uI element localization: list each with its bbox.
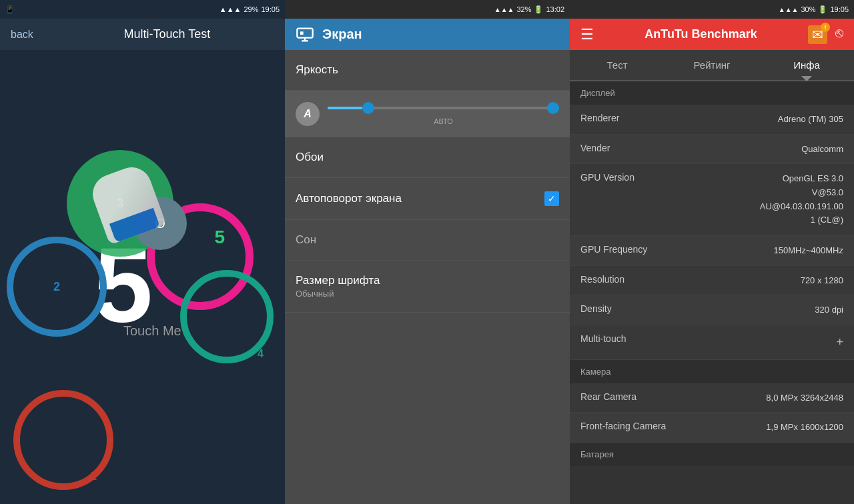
battery-left: 29% xyxy=(244,5,258,13)
resolution-row: Resolution 720 x 1280 xyxy=(570,266,854,296)
gpu-version-row: GPU Version OpenGL ES 3.0V@53.0AU@04.03.… xyxy=(570,164,854,236)
auto-label: АВТО xyxy=(434,117,453,125)
vender-label: Vender xyxy=(580,143,801,153)
renderer-row: Renderer Adreno (TM) 305 xyxy=(570,105,854,135)
battery-icon-mid: 🔋 xyxy=(534,5,543,14)
multitouch-canvas[interactable]: 5 Touch Me 3 2 4 5 1 xyxy=(0,50,285,504)
wifi-icon-left: ▲▲▲ xyxy=(220,5,242,13)
multitouch-label: Multi-touch xyxy=(580,333,836,344)
rear-camera-value: 8,0 MPx 3264x2448 xyxy=(766,391,843,405)
density-value: 320 dpi xyxy=(815,303,843,317)
rear-camera-label: Rear Camera xyxy=(580,391,766,402)
tab-info[interactable]: Инфа xyxy=(759,50,854,80)
wallpaper-item[interactable]: Обои xyxy=(285,137,570,178)
battery-right: 30% xyxy=(801,5,815,13)
touch-circle-2: 2 xyxy=(7,237,107,337)
brightness-slider-overlay[interactable]: A АВТО xyxy=(285,91,570,137)
fontsize-label: Размер шрифта xyxy=(296,274,380,287)
wifi-icon-right: ▲▲▲ xyxy=(779,6,799,13)
brightness-label: Яркость xyxy=(296,63,338,77)
brightness-fill xyxy=(328,107,362,109)
circle-number-5: 5 xyxy=(214,227,225,248)
multitouch-header: back Multi-Touch Test xyxy=(0,19,285,50)
fontsize-item[interactable]: Размер шрифта Обычный xyxy=(285,261,570,313)
vender-value: Qualcomm xyxy=(801,143,843,156)
battery-icon-right: 🔋 xyxy=(818,5,827,14)
time-mid: 13:02 xyxy=(546,5,564,13)
display-settings-panel: Экран Яркость A АВТ xyxy=(285,19,570,504)
rear-camera-row: Rear Camera 8,0 MPx 3264x2448 xyxy=(570,383,854,413)
vender-row: Vender Qualcomm xyxy=(570,135,854,165)
status-bar-mid: ▲▲▲ 32% 🔋 13:02 xyxy=(285,0,570,19)
brightness-thumb[interactable] xyxy=(362,102,374,114)
autorotate-item[interactable]: Автоповорот экрана ✓ xyxy=(285,178,570,220)
display-settings-icon xyxy=(296,25,314,44)
battery-mid: 32% xyxy=(516,5,531,13)
touch-circle-1: 1 xyxy=(13,390,113,490)
autorotate-checkbox[interactable]: ✓ xyxy=(544,191,559,206)
menu-icon[interactable]: ☰ xyxy=(580,26,594,43)
time-right: 19:05 xyxy=(830,5,849,13)
antutu-content: Дисплей Renderer Adreno (TM) 305 Vender … xyxy=(570,81,854,504)
brightness-auto-icon: A xyxy=(296,102,320,126)
gpu-version-value: OpenGL ES 3.0V@53.0AU@04.03.00.191.001 (… xyxy=(760,172,843,227)
antutu-header: ☰ AnTuTu Benchmark ✉ ! ⎋ xyxy=(570,19,854,50)
fontsize-sub: Обычный xyxy=(296,289,334,299)
renderer-value: Adreno (TM) 305 xyxy=(778,113,843,126)
status-bar-right: ▲▲▲ 30% 🔋 19:05 xyxy=(570,0,854,19)
front-camera-label: Front-facing Camera xyxy=(580,421,766,431)
display-list: Яркость A АВТО xyxy=(285,50,570,504)
sleep-label: Сон xyxy=(296,233,316,247)
multitouch-row: Multi-touch + xyxy=(570,325,854,360)
tab-rating[interactable]: Рейтинг xyxy=(665,50,759,80)
multitouch-panel: back Multi-Touch Test 5 Touch Me 3 2 4 xyxy=(0,19,285,504)
svg-rect-3 xyxy=(300,31,304,35)
phone-icon-left: 📱 xyxy=(5,5,15,14)
brightness-item[interactable]: Яркость xyxy=(285,50,570,91)
density-label: Density xyxy=(580,303,815,314)
header-icons: ✉ ! ⎋ xyxy=(808,25,843,44)
autorotate-label: Автоповорот экрана xyxy=(296,192,402,205)
gpu-freq-label: GPU Frequency xyxy=(580,244,774,255)
section-display-header: Дисплей xyxy=(570,81,854,105)
svg-rect-0 xyxy=(297,28,312,37)
front-camera-value: 1,9 MPx 1600x1200 xyxy=(766,421,843,434)
antutu-tabs: Тест Рейтинг Инфа xyxy=(570,50,854,81)
multitouch-value: + xyxy=(836,333,843,351)
wifi-icon-mid: ▲▲▲ xyxy=(494,6,514,13)
share-icon[interactable]: ⎋ xyxy=(835,25,843,44)
gpu-version-label: GPU Version xyxy=(580,172,760,183)
sleep-item[interactable]: Сон xyxy=(285,220,570,261)
multitouch-title: Multi-Touch Test xyxy=(60,27,274,41)
back-button[interactable]: back xyxy=(11,29,33,41)
section-battery-header: Батарея xyxy=(570,443,854,466)
gpu-freq-value: 150MHz~400MHz xyxy=(774,244,843,257)
section-camera-header: Камера xyxy=(570,360,854,383)
tab-test[interactable]: Тест xyxy=(570,50,665,80)
touch-me-label: Touch Me xyxy=(123,323,181,339)
brightness-thumb-right[interactable] xyxy=(547,102,559,114)
touch-circle-4: 4 xyxy=(180,270,274,363)
gpu-freq-row: GPU Frequency 150MHz~400MHz xyxy=(570,236,854,266)
resolution-value: 720 x 1280 xyxy=(801,274,843,287)
display-header-title: Экран xyxy=(322,27,362,42)
resolution-label: Resolution xyxy=(580,274,801,285)
density-row: Density 320 dpi xyxy=(570,295,854,325)
email-icon[interactable]: ✉ ! xyxy=(808,25,827,44)
wallpaper-label: Обои xyxy=(296,151,324,164)
display-header: Экран xyxy=(285,19,570,50)
time-left: 19:05 xyxy=(261,5,280,13)
antutu-panel: ☰ AnTuTu Benchmark ✉ ! ⎋ Тест Рейтинг Ин… xyxy=(570,19,854,504)
status-bar-left: 📱 ▲▲▲ 29% 19:05 xyxy=(0,0,285,19)
renderer-label: Renderer xyxy=(580,113,778,123)
antutu-title: AnTuTu Benchmark xyxy=(602,27,800,41)
front-camera-row: Front-facing Camera 1,9 MPx 1600x1200 xyxy=(570,413,854,443)
